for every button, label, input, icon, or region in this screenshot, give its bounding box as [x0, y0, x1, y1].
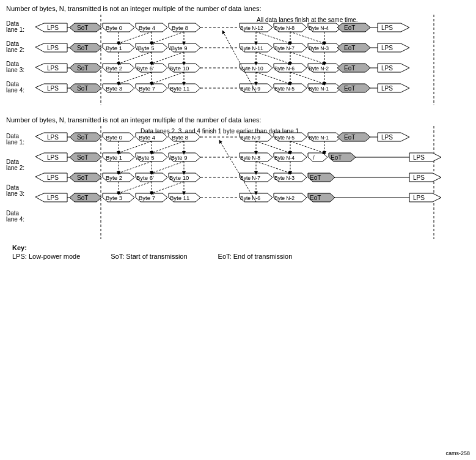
diagram1-title: Number of bytes, N, transmitted is not a… [6, 5, 470, 12]
svg-line-110 [290, 32, 324, 43]
svg-line-245 [119, 182, 152, 193]
svg-text:SoT: SoT [77, 134, 88, 141]
svg-text:SoT: SoT [77, 85, 88, 92]
key-sot: SoT: Start of transmission [111, 253, 187, 260]
svg-text:LPS: LPS [47, 174, 59, 181]
svg-text:/Byte 5: /Byte 5 [136, 154, 155, 161]
svg-text:Byte N-11: Byte N-11 [240, 45, 263, 51]
svg-text:lane 4:: lane 4: [6, 87, 24, 94]
svg-text:Byte 2: Byte 2 [106, 65, 122, 72]
svg-text:Byte 1: Byte 1 [106, 45, 122, 51]
svg-text:Byte N-4: Byte N-4 [274, 155, 295, 161]
svg-text:Byte 7: Byte 7 [139, 85, 155, 92]
svg-line-235 [119, 141, 152, 153]
svg-text:Byte 4: Byte 4 [139, 24, 155, 31]
diagram1-note: All data lanes finish at the same time. [257, 17, 358, 23]
svg-line-240 [119, 161, 152, 173]
svg-text:LPS: LPS [47, 85, 59, 92]
svg-text:/: / [313, 154, 315, 161]
svg-text:lane 2:: lane 2: [6, 46, 24, 53]
svg-text:LPS: LPS [381, 134, 393, 141]
svg-text:Byte N-1: Byte N-1 [309, 135, 329, 141]
svg-text:LPS: LPS [47, 65, 59, 72]
svg-text:/Byte 9: /Byte 9 [169, 45, 188, 51]
svg-text:/Byte 5: /Byte 5 [136, 45, 155, 51]
svg-text:Byte N-1: Byte N-1 [309, 86, 329, 92]
svg-text:Byte 11: Byte 11 [170, 85, 189, 92]
diagram2-section: Number of bytes, N, transmitted is not a… [6, 116, 470, 239]
main-container: Number of bytes, N, transmitted is not a… [0, 0, 476, 266]
svg-marker-183 [308, 153, 328, 161]
diagram1-section: Number of bytes, N, transmitted is not a… [6, 5, 470, 105]
key-eot: EoT: End of transmission [218, 253, 293, 260]
svg-line-246 [152, 182, 184, 193]
svg-text:lane 3:: lane 3: [6, 190, 24, 197]
svg-text:EoT: EoT [310, 174, 321, 181]
svg-text:SoT: SoT [77, 154, 88, 161]
svg-text:LPS: LPS [413, 195, 425, 201]
svg-text:lane 1:: lane 1: [6, 26, 24, 33]
svg-text:EoT: EoT [344, 24, 355, 31]
svg-text:Byte 2: Byte 2 [106, 174, 122, 181]
svg-text:Byte N-2: Byte N-2 [274, 195, 295, 201]
svg-text:Byte 8: Byte 8 [172, 134, 188, 141]
svg-text:LPS: LPS [47, 45, 59, 51]
svg-text:Byte N-8: Byte N-8 [274, 25, 295, 31]
corner-label: cams-258 [445, 450, 470, 456]
svg-line-121 [256, 52, 290, 64]
diagram1-svg: All data lanes finish at the same time. … [6, 15, 470, 105]
svg-text:Byte N-6: Byte N-6 [274, 65, 295, 72]
svg-line-115 [119, 52, 152, 64]
svg-text:lane 1:: lane 1: [6, 139, 24, 146]
svg-line-111 [256, 32, 290, 43]
svg-text:Byte 3: Byte 3 [106, 85, 122, 92]
svg-text:Byte N-3: Byte N-3 [274, 175, 295, 181]
svg-text:Byte 4: Byte 4 [139, 134, 155, 141]
key-section: Key: LPS: Low-power mode SoT: Start of t… [12, 244, 470, 260]
svg-line-116 [152, 52, 184, 64]
svg-text:EoT: EoT [310, 195, 321, 201]
svg-text:LPS: LPS [47, 24, 59, 31]
svg-text:EoT: EoT [344, 45, 355, 51]
svg-text:Byte N-10: Byte N-10 [240, 65, 263, 72]
svg-text:LPS: LPS [413, 174, 425, 181]
diagram2-title: Number of bytes, N, transmitted is not a… [6, 116, 470, 124]
svg-text:Byte 11: Byte 11 [170, 195, 189, 201]
key-lps: LPS: Low-power mode [12, 253, 80, 260]
svg-line-132 [223, 32, 256, 92]
svg-text:Byte 10: Byte 10 [169, 174, 189, 181]
svg-text:EoT: EoT [344, 85, 355, 92]
svg-line-250 [256, 141, 290, 153]
svg-line-126 [152, 72, 184, 84]
svg-text:Byte 0: Byte 0 [106, 24, 122, 31]
svg-line-106 [152, 32, 184, 43]
svg-line-120 [290, 52, 324, 64]
svg-text:Byte N-5: Byte N-5 [274, 86, 295, 92]
svg-line-125 [119, 72, 152, 84]
svg-text:Byte 3: Byte 3 [106, 195, 122, 201]
svg-line-131 [256, 72, 290, 84]
svg-text:SoT: SoT [77, 24, 88, 31]
svg-text:LPS: LPS [381, 45, 393, 51]
svg-text:LPS: LPS [381, 65, 393, 72]
svg-line-130 [290, 72, 324, 84]
svg-text:Byte N-5: Byte N-5 [274, 135, 295, 141]
svg-line-254 [256, 161, 290, 173]
svg-text:Byte N-9: Byte N-9 [240, 86, 260, 92]
svg-text:Byte 10: Byte 10 [169, 65, 189, 72]
key-label: Key: [12, 244, 470, 251]
svg-line-236 [152, 141, 184, 153]
svg-text:Byte N-3: Byte N-3 [309, 45, 329, 51]
svg-text:SoT: SoT [77, 45, 88, 51]
svg-text:SoT: SoT [77, 174, 88, 181]
svg-line-251 [290, 141, 324, 153]
svg-text:EoT: EoT [344, 134, 355, 141]
svg-text:/Byte 9: /Byte 9 [169, 154, 188, 161]
svg-text:Byte 1: Byte 1 [106, 154, 122, 161]
svg-text:LPS: LPS [47, 195, 59, 201]
svg-text:Byte N-9: Byte N-9 [240, 135, 260, 141]
svg-text:Byte N-8: Byte N-8 [240, 155, 260, 161]
diagram2-svg: Data lanes 2, 3, and 4 finish 1 byte ear… [6, 126, 470, 239]
svg-text:LPS: LPS [47, 154, 59, 161]
svg-text:LPS: LPS [413, 154, 425, 161]
